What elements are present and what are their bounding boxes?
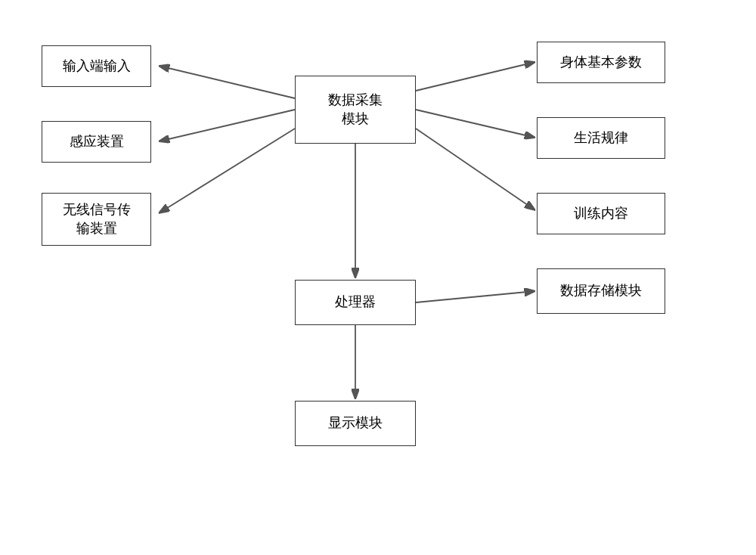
- box-training: 训练内容: [537, 193, 665, 234]
- svg-line-1: [159, 66, 295, 98]
- box-sensor: 感应装置: [42, 121, 151, 163]
- box-input-terminal: 输入端输入: [42, 45, 151, 87]
- svg-line-2: [159, 110, 295, 141]
- svg-line-3: [159, 129, 295, 213]
- box-body-params: 身体基本参数: [537, 42, 665, 83]
- diagram: 输入端输入 感应装置 无线信号传输装置 数据采集模块 身体基本参数 生活规律 训…: [0, 0, 756, 555]
- box-display: 显示模块: [295, 401, 416, 446]
- svg-line-4: [416, 62, 535, 91]
- box-processor: 处理器: [295, 280, 416, 325]
- box-wireless: 无线信号传输装置: [42, 193, 151, 246]
- svg-line-5: [416, 110, 535, 138]
- box-data-collect: 数据采集模块: [295, 76, 416, 144]
- box-storage: 数据存储模块: [537, 268, 665, 314]
- svg-line-8: [416, 291, 535, 302]
- svg-line-6: [416, 129, 535, 210]
- box-life-rules: 生活规律: [537, 117, 665, 159]
